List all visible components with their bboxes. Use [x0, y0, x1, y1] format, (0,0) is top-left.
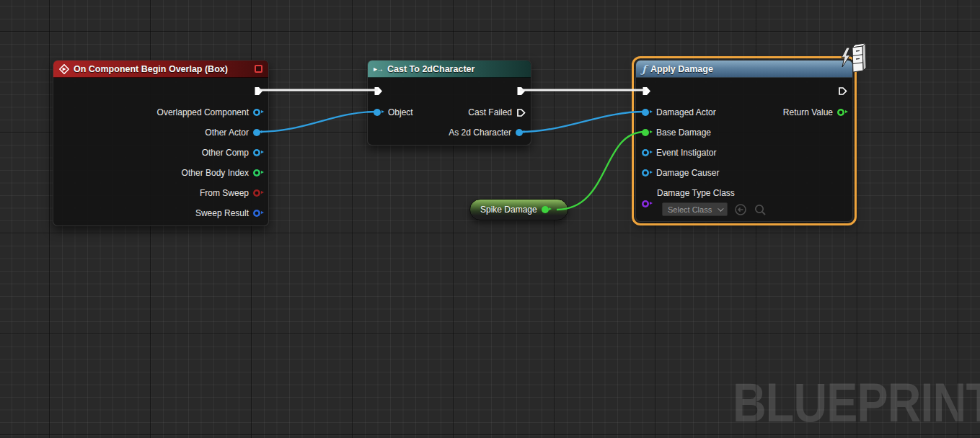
other-body-index-pin[interactable] [253, 169, 263, 176]
spike-damage-value-pin[interactable] [542, 206, 552, 213]
pin-label: Cast Failed [468, 107, 512, 117]
pin-label: Damage Causer [656, 168, 719, 178]
pin-label: Object [388, 107, 413, 117]
delegate-pin[interactable] [255, 65, 262, 73]
sweep-result-pin[interactable] [253, 210, 263, 217]
return-value-pin[interactable] [837, 109, 847, 116]
wire-other-actor-to-object [257, 112, 376, 132]
select-class-value: Select Class [668, 205, 712, 214]
damage-causer-pin[interactable] [642, 169, 652, 176]
blueprint-watermark: BLUEPRINT [733, 375, 980, 430]
pin-label: Other Actor [205, 128, 249, 138]
base-damage-pin[interactable] [642, 129, 652, 136]
node-header[interactable]: ƒ Apply Damage [636, 61, 852, 78]
node-apply-damage[interactable]: ƒ Apply Damage Damaged Actor Return Valu… [635, 60, 853, 222]
exec-out-pin[interactable] [254, 86, 263, 96]
as-2d-character-pin[interactable] [516, 129, 526, 136]
node-title: Cast To 2dCharacter [387, 64, 474, 74]
overlapped-component-pin[interactable] [253, 109, 263, 116]
select-class-dropdown[interactable]: Select Class [662, 202, 728, 216]
event-diamond-icon [59, 64, 69, 74]
node-on-component-begin-overlap[interactable]: On Component Begin Overlap (Box) Overlap… [53, 60, 269, 226]
cast-icon: ▸→ [374, 65, 383, 73]
pin-label: Damaged Actor [656, 107, 716, 117]
pin-label: From Sweep [200, 188, 249, 198]
wire-as2dcharacter-to-damaged-actor [520, 112, 645, 132]
exec-in-pin[interactable] [642, 86, 651, 96]
pin-label: Sweep Result [195, 208, 249, 218]
pin-label: Overlapped Component [157, 107, 249, 117]
exec-out-pin[interactable] [838, 86, 847, 96]
pin-label: Other Comp [202, 148, 249, 158]
pin-label: Base Damage [656, 128, 711, 138]
node-header[interactable]: ▸→ Cast To 2dCharacter [368, 61, 531, 78]
node-header[interactable]: On Component Begin Overlap (Box) [53, 61, 268, 78]
node-title: On Component Begin Overlap (Box) [74, 64, 228, 74]
exec-out-pin[interactable] [516, 86, 526, 96]
damage-type-class-pin[interactable] [642, 200, 652, 207]
other-comp-pin[interactable] [253, 149, 263, 156]
pin-label: As 2d Character [449, 128, 511, 138]
wire-spike-to-base-damage [557, 132, 645, 210]
pin-label: Event Instigator [656, 148, 716, 158]
cast-failed-exec-pin[interactable] [516, 108, 526, 117]
node-cast-to-2dcharacter[interactable]: ▸→ Cast To 2dCharacter Object Cast Faile… [367, 60, 531, 146]
lightning-bolt-icon [842, 48, 850, 67]
reset-to-default-icon[interactable] [734, 203, 747, 216]
function-icon: ƒ [642, 63, 646, 75]
from-sweep-pin[interactable] [253, 189, 263, 197]
pin-label: Other Body Index [182, 168, 249, 178]
object-pin[interactable] [374, 109, 384, 116]
blueprint-graph-canvas[interactable]: BLUEPRINT On Component Begin Overlap (Bo… [0, 0, 980, 438]
browse-search-icon[interactable] [754, 203, 767, 216]
event-instigator-pin[interactable] [642, 149, 652, 156]
node-title: Apply Damage [650, 64, 713, 74]
pin-label: Return Value [783, 107, 833, 117]
function-cabinet-icon [838, 40, 871, 76]
variable-name: Spike Damage [480, 205, 537, 215]
damaged-actor-pin[interactable] [642, 109, 652, 116]
node-spike-damage-getter[interactable]: Spike Damage [469, 199, 568, 220]
other-actor-pin[interactable] [253, 129, 263, 136]
chevron-down-icon [718, 205, 723, 211]
pin-label: Damage Type Class [636, 186, 852, 200]
exec-in-pin[interactable] [374, 86, 383, 96]
